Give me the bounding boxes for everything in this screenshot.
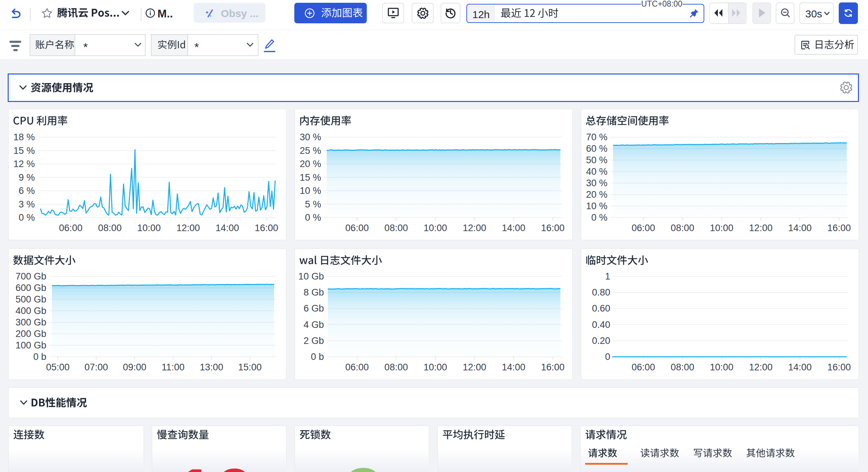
- svg-text:0 b: 0 b: [33, 352, 46, 362]
- svg-text:1: 1: [605, 271, 610, 282]
- svg-text:0 %: 0 %: [18, 212, 35, 223]
- svg-text:30 %: 30 %: [300, 132, 321, 142]
- svg-text:0.40: 0.40: [592, 320, 610, 330]
- svg-text:600 Gb: 600 Gb: [15, 283, 46, 293]
- svg-text:3 %: 3 %: [18, 199, 35, 210]
- svg-text:0 b: 0 b: [311, 352, 324, 362]
- svg-text:10 Gb: 10 Gb: [298, 271, 324, 282]
- svg-text:10:00: 10:00: [424, 223, 447, 233]
- svg-text:6 %: 6 %: [18, 186, 35, 196]
- svg-text:20 %: 20 %: [300, 159, 321, 169]
- svg-text:0.20: 0.20: [592, 336, 610, 346]
- svg-text:10:00: 10:00: [710, 223, 734, 233]
- svg-text:5 %: 5 %: [305, 199, 321, 210]
- svg-text:08:00: 08:00: [385, 362, 408, 372]
- svg-text:08:00: 08:00: [671, 362, 695, 372]
- svg-text:70 %: 70 %: [586, 132, 607, 142]
- svg-text:6 Gb: 6 Gb: [303, 303, 324, 314]
- svg-text:10 %: 10 %: [300, 186, 321, 196]
- svg-text:12:00: 12:00: [463, 362, 486, 372]
- svg-text:100 Gb: 100 Gb: [15, 340, 46, 351]
- svg-text:10:00: 10:00: [424, 362, 447, 372]
- svg-text:0: 0: [605, 352, 610, 362]
- svg-text:16:00: 16:00: [255, 223, 278, 233]
- svg-text:08:00: 08:00: [671, 223, 695, 233]
- svg-text:16:00: 16:00: [541, 362, 565, 372]
- svg-text:11:00: 11:00: [162, 362, 185, 372]
- svg-text:500 Gb: 500 Gb: [15, 294, 46, 305]
- svg-text:10 %: 10 %: [586, 201, 607, 211]
- svg-text:10:00: 10:00: [710, 362, 734, 372]
- svg-text:14:00: 14:00: [788, 223, 812, 233]
- svg-text:16:00: 16:00: [827, 223, 851, 233]
- svg-text:12:00: 12:00: [749, 362, 773, 372]
- svg-text:08:00: 08:00: [98, 223, 122, 233]
- svg-text:16:00: 16:00: [541, 223, 565, 233]
- svg-text:0.80: 0.80: [592, 287, 610, 298]
- svg-text:700 Gb: 700 Gb: [15, 271, 46, 282]
- svg-text:25 %: 25 %: [300, 145, 321, 156]
- svg-text:15 %: 15 %: [13, 145, 35, 156]
- svg-text:16:00: 16:00: [827, 362, 851, 372]
- svg-text:60 %: 60 %: [586, 143, 607, 154]
- svg-text:15 %: 15 %: [300, 172, 321, 183]
- svg-text:2 Gb: 2 Gb: [303, 336, 324, 346]
- svg-text:400 Gb: 400 Gb: [15, 306, 46, 316]
- svg-text:0 %: 0 %: [591, 212, 607, 223]
- svg-text:200 Gb: 200 Gb: [15, 329, 46, 339]
- svg-text:9 %: 9 %: [18, 172, 35, 183]
- svg-text:09:00: 09:00: [123, 362, 147, 372]
- svg-text:06:00: 06:00: [59, 223, 83, 233]
- svg-text:50 %: 50 %: [586, 155, 607, 165]
- svg-text:12:00: 12:00: [176, 223, 200, 233]
- svg-text:06:00: 06:00: [345, 362, 369, 372]
- svg-text:12:00: 12:00: [749, 223, 773, 233]
- svg-text:0 %: 0 %: [305, 212, 321, 223]
- svg-text:13:00: 13:00: [200, 362, 223, 372]
- svg-text:300 Gb: 300 Gb: [15, 317, 46, 328]
- svg-text:14:00: 14:00: [788, 362, 812, 372]
- svg-text:07:00: 07:00: [85, 362, 108, 372]
- svg-text:14:00: 14:00: [502, 362, 526, 372]
- svg-text:30 %: 30 %: [586, 178, 607, 188]
- svg-text:0.60: 0.60: [592, 303, 610, 314]
- svg-text:08:00: 08:00: [385, 223, 408, 233]
- svg-text:05:00: 05:00: [46, 362, 70, 372]
- svg-text:14:00: 14:00: [216, 223, 239, 233]
- svg-text:4 Gb: 4 Gb: [303, 320, 324, 330]
- svg-text:06:00: 06:00: [631, 223, 655, 233]
- svg-text:10:00: 10:00: [137, 223, 161, 233]
- svg-text:12 %: 12 %: [13, 159, 35, 169]
- svg-text:20 %: 20 %: [586, 189, 607, 200]
- svg-text:06:00: 06:00: [631, 362, 655, 372]
- svg-text:06:00: 06:00: [345, 223, 369, 233]
- svg-text:15:00: 15:00: [238, 362, 262, 372]
- svg-text:8 Gb: 8 Gb: [303, 287, 324, 298]
- svg-text:18 %: 18 %: [13, 132, 35, 142]
- svg-text:12:00: 12:00: [463, 223, 486, 233]
- svg-text:40 %: 40 %: [586, 166, 607, 177]
- svg-text:14:00: 14:00: [502, 223, 526, 233]
